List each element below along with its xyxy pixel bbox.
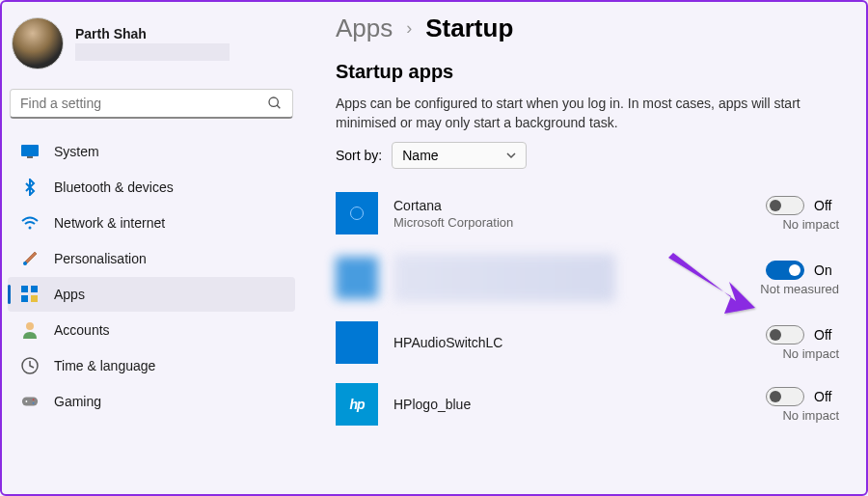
clock-icon bbox=[21, 357, 39, 374]
impact-label: No impact bbox=[782, 217, 839, 232]
sort-label: Sort by: bbox=[336, 148, 382, 163]
svg-rect-2 bbox=[21, 145, 39, 156]
toggle-switch[interactable] bbox=[766, 261, 804, 280]
brush-icon bbox=[21, 250, 39, 267]
hp-audio-icon bbox=[336, 321, 378, 364]
nav-list: System Bluetooth & devices Network & int… bbox=[8, 134, 295, 419]
breadcrumb-parent[interactable]: Apps bbox=[336, 14, 393, 43]
profile-name: Parth Shah bbox=[75, 26, 230, 41]
nav-label: Gaming bbox=[54, 394, 101, 409]
toggle-label: Off bbox=[814, 327, 839, 343]
app-name: Cortana bbox=[393, 198, 708, 213]
nav-label: Bluetooth & devices bbox=[54, 179, 174, 195]
user-profile[interactable]: Parth Shah bbox=[8, 10, 295, 81]
nav-system[interactable]: System bbox=[8, 134, 295, 169]
search-icon bbox=[267, 96, 283, 111]
avatar bbox=[12, 17, 64, 69]
toggle-switch[interactable] bbox=[766, 325, 804, 344]
app-icon-redacted bbox=[336, 257, 378, 299]
svg-rect-3 bbox=[27, 156, 33, 158]
app-row-cortana: Cortana Microsoft Corporation Off No imp… bbox=[336, 182, 839, 244]
svg-rect-6 bbox=[21, 286, 28, 292]
apps-list: Cortana Microsoft Corporation Off No imp… bbox=[336, 182, 839, 435]
hp-logo-icon: hp bbox=[336, 383, 378, 426]
app-row-hpaudio: HPAudioSwitchLC Off No impact bbox=[336, 312, 839, 373]
svg-line-1 bbox=[277, 105, 280, 108]
svg-point-13 bbox=[26, 400, 28, 402]
nav-apps[interactable]: Apps bbox=[8, 277, 295, 312]
breadcrumb-current: Startup bbox=[425, 14, 513, 43]
app-name: HPlogo_blue bbox=[393, 397, 708, 412]
person-icon bbox=[21, 321, 39, 339]
nav-label: Network & internet bbox=[54, 215, 165, 231]
app-row-redacted: On Not measured bbox=[336, 244, 839, 312]
page-title: Startup apps bbox=[336, 61, 839, 83]
breadcrumb: Apps › Startup bbox=[336, 14, 839, 43]
nav-network[interactable]: Network & internet bbox=[8, 206, 295, 240]
chevron-right-icon: › bbox=[406, 18, 412, 39]
page-description: Apps can be configured to start when you… bbox=[336, 95, 827, 132]
nav-personalisation[interactable]: Personalisation bbox=[8, 241, 295, 276]
impact-label: No impact bbox=[782, 408, 839, 423]
svg-rect-12 bbox=[22, 398, 38, 406]
toggle-switch[interactable] bbox=[766, 196, 804, 215]
toggle-label: Off bbox=[814, 198, 839, 213]
svg-point-0 bbox=[269, 97, 278, 106]
toggle-switch[interactable] bbox=[766, 387, 804, 406]
nav-accounts[interactable]: Accounts bbox=[8, 313, 295, 347]
svg-point-10 bbox=[26, 322, 34, 330]
toggle-label: On bbox=[814, 262, 839, 278]
wifi-icon bbox=[21, 214, 39, 232]
search-input-container[interactable] bbox=[10, 89, 293, 119]
nav-bluetooth[interactable]: Bluetooth & devices bbox=[8, 170, 295, 205]
sort-value: Name bbox=[402, 148, 438, 163]
apps-icon bbox=[21, 286, 39, 303]
impact-label: No impact bbox=[782, 346, 839, 361]
display-icon bbox=[21, 143, 39, 160]
svg-rect-9 bbox=[31, 295, 38, 302]
gamepad-icon bbox=[21, 393, 39, 410]
nav-label: Accounts bbox=[54, 322, 110, 338]
sort-dropdown[interactable]: Name bbox=[392, 142, 527, 169]
redacted-block bbox=[393, 254, 615, 302]
svg-point-15 bbox=[33, 402, 35, 404]
bluetooth-icon bbox=[21, 179, 39, 196]
app-publisher: Microsoft Corporation bbox=[393, 215, 708, 230]
svg-rect-8 bbox=[21, 295, 28, 302]
nav-gaming[interactable]: Gaming bbox=[8, 384, 295, 419]
nav-label: Apps bbox=[54, 287, 85, 302]
nav-label: System bbox=[54, 144, 99, 159]
chevron-down-icon bbox=[506, 151, 516, 160]
nav-label: Time & language bbox=[54, 358, 155, 373]
nav-time-language[interactable]: Time & language bbox=[8, 348, 295, 383]
svg-point-5 bbox=[23, 262, 27, 265]
search-input[interactable] bbox=[20, 96, 267, 111]
svg-point-14 bbox=[33, 399, 35, 400]
app-name: HPAudioSwitchLC bbox=[393, 335, 708, 350]
svg-point-4 bbox=[29, 227, 32, 230]
nav-label: Personalisation bbox=[54, 251, 147, 266]
cortana-icon bbox=[336, 192, 378, 234]
toggle-label: Off bbox=[814, 389, 839, 404]
app-row-hplogo: hp HPlogo_blue Off No impact bbox=[336, 373, 839, 435]
svg-rect-7 bbox=[31, 286, 38, 292]
impact-label: Not measured bbox=[760, 282, 839, 296]
profile-email-redacted bbox=[75, 43, 230, 61]
